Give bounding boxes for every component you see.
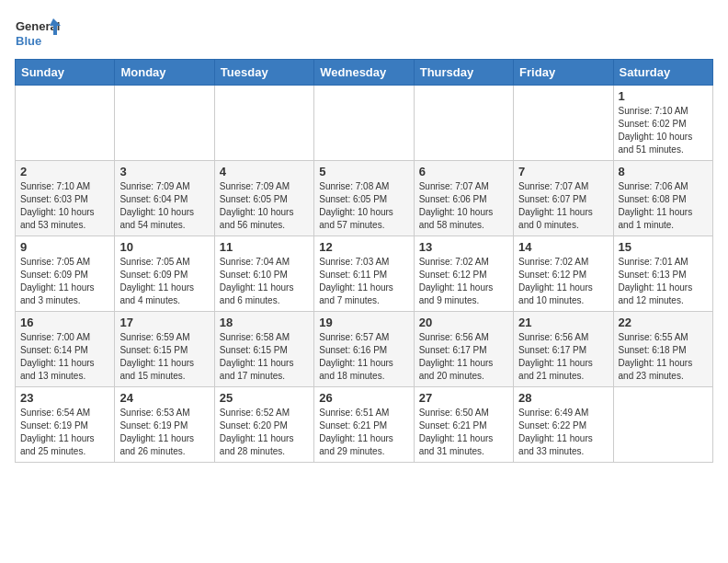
calendar-cell: 16Sunrise: 7:00 AM Sunset: 6:14 PM Dayli… xyxy=(16,312,115,387)
day-info: Sunrise: 7:05 AM Sunset: 6:09 PM Dayligh… xyxy=(20,256,109,307)
calendar-cell xyxy=(613,387,712,463)
day-number: 22 xyxy=(619,316,708,329)
calendar-week-2: 2Sunrise: 7:10 AM Sunset: 6:03 PM Daylig… xyxy=(16,161,713,236)
day-number: 8 xyxy=(619,165,708,178)
day-number: 4 xyxy=(220,165,309,178)
calendar-cell: 17Sunrise: 6:59 AM Sunset: 6:15 PM Dayli… xyxy=(115,312,214,387)
day-number: 10 xyxy=(119,240,209,254)
calendar-cell: 15Sunrise: 7:01 AM Sunset: 6:13 PM Dayli… xyxy=(613,236,712,312)
day-header-friday: Friday xyxy=(514,60,613,86)
calendar-cell: 28Sunrise: 6:49 AM Sunset: 6:22 PM Dayli… xyxy=(514,387,613,463)
calendar-cell: 6Sunrise: 7:07 AM Sunset: 6:06 PM Daylig… xyxy=(414,161,513,236)
day-info: Sunrise: 7:00 AM Sunset: 6:14 PM Dayligh… xyxy=(20,331,109,383)
day-info: Sunrise: 6:55 AM Sunset: 6:18 PM Dayligh… xyxy=(619,331,708,383)
day-info: Sunrise: 6:53 AM Sunset: 6:19 PM Dayligh… xyxy=(119,407,209,458)
calendar-week-4: 16Sunrise: 7:00 AM Sunset: 6:14 PM Dayli… xyxy=(16,312,713,387)
day-info: Sunrise: 7:02 AM Sunset: 6:12 PM Dayligh… xyxy=(518,256,608,307)
calendar-cell: 12Sunrise: 7:03 AM Sunset: 6:11 PM Dayli… xyxy=(314,236,414,312)
day-number: 24 xyxy=(119,391,209,405)
day-number: 5 xyxy=(319,165,408,178)
day-info: Sunrise: 7:05 AM Sunset: 6:09 PM Dayligh… xyxy=(119,256,209,307)
calendar-cell: 2Sunrise: 7:10 AM Sunset: 6:03 PM Daylig… xyxy=(16,161,115,236)
day-info: Sunrise: 7:02 AM Sunset: 6:12 PM Dayligh… xyxy=(419,256,508,307)
day-number: 26 xyxy=(319,391,408,405)
logo: General Blue xyxy=(15,15,61,52)
day-number: 23 xyxy=(20,391,109,405)
day-info: Sunrise: 7:08 AM Sunset: 6:05 PM Dayligh… xyxy=(319,180,408,232)
calendar-cell: 23Sunrise: 6:54 AM Sunset: 6:19 PM Dayli… xyxy=(16,387,115,463)
calendar-cell: 10Sunrise: 7:05 AM Sunset: 6:09 PM Dayli… xyxy=(115,236,214,312)
day-number: 6 xyxy=(419,165,508,178)
day-info: Sunrise: 7:09 AM Sunset: 6:04 PM Dayligh… xyxy=(119,180,209,232)
calendar-cell xyxy=(414,86,513,161)
calendar-cell xyxy=(115,86,214,161)
calendar-cell: 22Sunrise: 6:55 AM Sunset: 6:18 PM Dayli… xyxy=(613,312,712,387)
calendar-cell: 27Sunrise: 6:50 AM Sunset: 6:21 PM Dayli… xyxy=(414,387,513,463)
day-info: Sunrise: 7:04 AM Sunset: 6:10 PM Dayligh… xyxy=(220,256,309,307)
calendar-week-1: 1Sunrise: 7:10 AM Sunset: 6:02 PM Daylig… xyxy=(16,86,713,161)
day-number: 9 xyxy=(20,240,109,254)
day-info: Sunrise: 6:54 AM Sunset: 6:19 PM Dayligh… xyxy=(20,407,109,458)
day-info: Sunrise: 7:09 AM Sunset: 6:05 PM Dayligh… xyxy=(220,180,309,232)
calendar-cell xyxy=(214,86,313,161)
day-info: Sunrise: 7:01 AM Sunset: 6:13 PM Dayligh… xyxy=(619,256,708,307)
day-info: Sunrise: 6:50 AM Sunset: 6:21 PM Dayligh… xyxy=(419,407,508,458)
calendar-cell: 7Sunrise: 7:07 AM Sunset: 6:07 PM Daylig… xyxy=(514,161,613,236)
day-info: Sunrise: 6:51 AM Sunset: 6:21 PM Dayligh… xyxy=(319,407,408,458)
svg-text:Blue: Blue xyxy=(16,34,41,48)
day-header-monday: Monday xyxy=(115,60,214,86)
day-number: 15 xyxy=(619,240,708,254)
day-info: Sunrise: 7:03 AM Sunset: 6:11 PM Dayligh… xyxy=(319,256,408,307)
calendar-header-row: SundayMondayTuesdayWednesdayThursdayFrid… xyxy=(16,60,713,86)
day-number: 19 xyxy=(319,316,408,329)
calendar-cell: 3Sunrise: 7:09 AM Sunset: 6:04 PM Daylig… xyxy=(115,161,214,236)
day-number: 7 xyxy=(518,165,608,178)
page-header: General Blue xyxy=(15,15,713,52)
day-number: 16 xyxy=(20,316,109,329)
day-header-sunday: Sunday xyxy=(16,60,115,86)
calendar-cell: 5Sunrise: 7:08 AM Sunset: 6:05 PM Daylig… xyxy=(314,161,414,236)
calendar-cell: 24Sunrise: 6:53 AM Sunset: 6:19 PM Dayli… xyxy=(115,387,214,463)
calendar-cell: 8Sunrise: 7:06 AM Sunset: 6:08 PM Daylig… xyxy=(613,161,712,236)
calendar-cell: 20Sunrise: 6:56 AM Sunset: 6:17 PM Dayli… xyxy=(414,312,513,387)
day-number: 2 xyxy=(20,165,109,178)
day-info: Sunrise: 7:07 AM Sunset: 6:07 PM Dayligh… xyxy=(518,180,608,232)
calendar-cell xyxy=(314,86,414,161)
calendar-table: SundayMondayTuesdayWednesdayThursdayFrid… xyxy=(15,59,713,463)
day-info: Sunrise: 6:56 AM Sunset: 6:17 PM Dayligh… xyxy=(419,331,508,383)
day-header-wednesday: Wednesday xyxy=(314,60,414,86)
day-number: 20 xyxy=(419,316,508,329)
day-number: 1 xyxy=(619,89,708,103)
day-number: 18 xyxy=(220,316,309,329)
day-info: Sunrise: 6:52 AM Sunset: 6:20 PM Dayligh… xyxy=(220,407,309,458)
day-info: Sunrise: 6:59 AM Sunset: 6:15 PM Dayligh… xyxy=(119,331,209,383)
calendar-cell: 11Sunrise: 7:04 AM Sunset: 6:10 PM Dayli… xyxy=(214,236,313,312)
day-info: Sunrise: 7:06 AM Sunset: 6:08 PM Dayligh… xyxy=(619,180,708,232)
day-info: Sunrise: 7:10 AM Sunset: 6:03 PM Dayligh… xyxy=(20,180,109,232)
day-info: Sunrise: 6:56 AM Sunset: 6:17 PM Dayligh… xyxy=(518,331,608,383)
day-number: 28 xyxy=(518,391,608,405)
day-info: Sunrise: 7:10 AM Sunset: 6:02 PM Dayligh… xyxy=(619,105,708,156)
calendar-cell: 19Sunrise: 6:57 AM Sunset: 6:16 PM Dayli… xyxy=(314,312,414,387)
calendar-cell: 14Sunrise: 7:02 AM Sunset: 6:12 PM Dayli… xyxy=(514,236,613,312)
day-number: 25 xyxy=(220,391,309,405)
day-info: Sunrise: 6:57 AM Sunset: 6:16 PM Dayligh… xyxy=(319,331,408,383)
day-header-tuesday: Tuesday xyxy=(214,60,313,86)
day-number: 14 xyxy=(518,240,608,254)
calendar-cell: 13Sunrise: 7:02 AM Sunset: 6:12 PM Dayli… xyxy=(414,236,513,312)
day-number: 21 xyxy=(518,316,608,329)
day-number: 27 xyxy=(419,391,508,405)
calendar-cell xyxy=(514,86,613,161)
calendar-cell: 25Sunrise: 6:52 AM Sunset: 6:20 PM Dayli… xyxy=(214,387,313,463)
day-number: 12 xyxy=(319,240,408,254)
calendar-cell: 9Sunrise: 7:05 AM Sunset: 6:09 PM Daylig… xyxy=(16,236,115,312)
day-number: 17 xyxy=(119,316,209,329)
day-number: 11 xyxy=(220,240,309,254)
day-number: 3 xyxy=(119,165,209,178)
calendar-cell xyxy=(16,86,115,161)
logo-svg: General Blue xyxy=(15,15,61,52)
calendar-cell: 18Sunrise: 6:58 AM Sunset: 6:15 PM Dayli… xyxy=(214,312,313,387)
day-info: Sunrise: 7:07 AM Sunset: 6:06 PM Dayligh… xyxy=(419,180,508,232)
day-number: 13 xyxy=(419,240,508,254)
calendar-week-5: 23Sunrise: 6:54 AM Sunset: 6:19 PM Dayli… xyxy=(16,387,713,463)
